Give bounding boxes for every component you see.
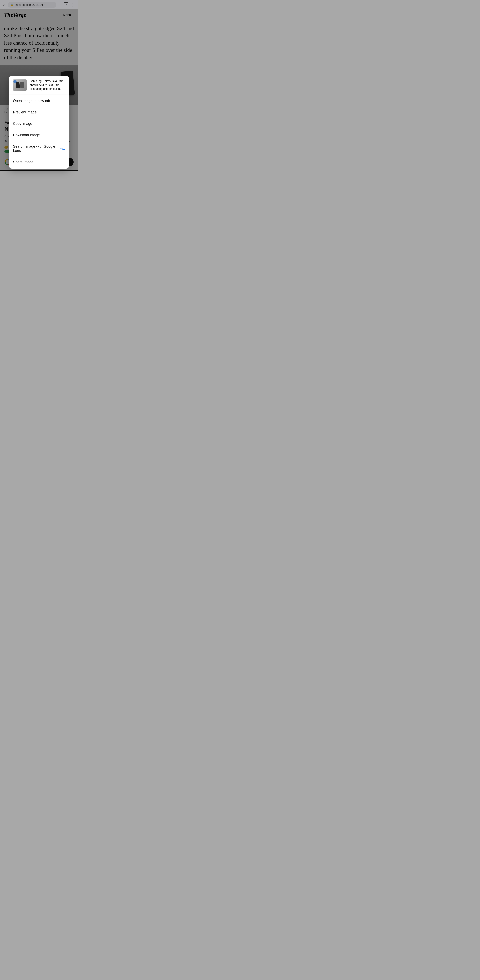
context-menu-item-download-image[interactable]: Download image — [9, 129, 69, 141]
context-menu-item-google-lens[interactable]: Search image with Google Lens New — [9, 141, 69, 156]
thumb-phones — [16, 82, 24, 88]
context-menu-item-open-new-tab[interactable]: Open image in new tab — [9, 95, 69, 107]
context-menu-item-copy-image[interactable]: Copy image — [9, 118, 69, 129]
context-menu-header: Samsung Galaxy S24 Ultra shown next to S… — [9, 76, 69, 94]
context-menu-items: Open image in new tab Preview image Copy… — [9, 94, 69, 169]
context-menu: Samsung Galaxy S24 Ultra shown next to S… — [9, 76, 69, 169]
context-menu-item-share-image[interactable]: Share image — [9, 156, 69, 168]
new-badge: New — [59, 147, 65, 150]
context-menu-image-title: Samsung Galaxy S24 Ultra shown next to S… — [30, 79, 65, 91]
context-menu-thumbnail — [13, 80, 27, 91]
context-menu-item-preview-image[interactable]: Preview image — [9, 107, 69, 118]
